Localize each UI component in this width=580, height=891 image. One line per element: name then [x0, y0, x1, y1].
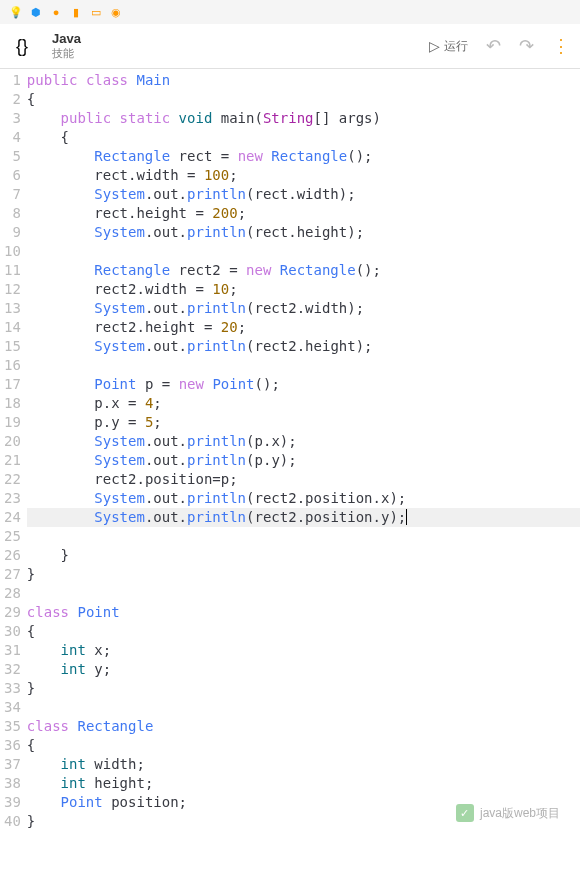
run-button[interactable]: ▷ 运行: [429, 38, 468, 55]
line-number: 3: [4, 109, 21, 128]
line-number: 9: [4, 223, 21, 242]
code-line[interactable]: }: [27, 546, 580, 565]
line-number: 24: [4, 508, 21, 527]
code-line[interactable]: System.out.println(rect2.position.y);: [27, 508, 580, 527]
line-gutter: 1234567891011121314151617181920212223242…: [0, 69, 27, 833]
line-number: 28: [4, 584, 21, 603]
code-line[interactable]: public class Main: [27, 71, 580, 90]
code-line[interactable]: int height;: [27, 774, 580, 793]
line-number: 17: [4, 375, 21, 394]
watermark-text: java版web项目: [480, 805, 560, 822]
text-cursor: [406, 509, 407, 525]
code-line[interactable]: int width;: [27, 755, 580, 774]
line-number: 18: [4, 394, 21, 413]
line-number: 15: [4, 337, 21, 356]
line-number: 27: [4, 565, 21, 584]
code-line[interactable]: public static void main(String[] args): [27, 109, 580, 128]
run-label: 运行: [444, 38, 468, 55]
code-line[interactable]: p.y = 5;: [27, 413, 580, 432]
svg-text:{}: {}: [16, 36, 28, 56]
line-number: 12: [4, 280, 21, 299]
line-number: 34: [4, 698, 21, 717]
line-number: 35: [4, 717, 21, 736]
redo-icon[interactable]: ↷: [519, 35, 534, 57]
line-number: 20: [4, 432, 21, 451]
code-line[interactable]: int x;: [27, 641, 580, 660]
tray-icon-2: ⬢: [28, 4, 44, 20]
line-number: 26: [4, 546, 21, 565]
line-number: 5: [4, 147, 21, 166]
code-line[interactable]: {: [27, 622, 580, 641]
code-line[interactable]: System.out.println(rect2.height);: [27, 337, 580, 356]
tray-icon-1: 💡: [8, 4, 24, 20]
line-number: 1: [4, 71, 21, 90]
code-line[interactable]: rect2.position=p;: [27, 470, 580, 489]
undo-icon[interactable]: ↶: [486, 35, 501, 57]
tray-icon-4: ▮: [68, 4, 84, 20]
code-area[interactable]: public class Main{ public static void ma…: [27, 69, 580, 833]
code-line[interactable]: class Point: [27, 603, 580, 622]
code-line[interactable]: [27, 584, 580, 603]
code-line[interactable]: System.out.println(rect2.position.x);: [27, 489, 580, 508]
tray-icon-3: ●: [48, 4, 64, 20]
line-number: 25: [4, 527, 21, 546]
code-line[interactable]: Rectangle rect = new Rectangle();: [27, 147, 580, 166]
line-number: 6: [4, 166, 21, 185]
line-number: 7: [4, 185, 21, 204]
line-number: 29: [4, 603, 21, 622]
line-number: 33: [4, 679, 21, 698]
code-line[interactable]: rect2.width = 10;: [27, 280, 580, 299]
wechat-icon: ✓: [456, 804, 474, 822]
line-number: 14: [4, 318, 21, 337]
line-number: 31: [4, 641, 21, 660]
watermark: ✓ java版web项目: [0, 793, 580, 833]
code-line[interactable]: Rectangle rect2 = new Rectangle();: [27, 261, 580, 280]
line-number: 32: [4, 660, 21, 679]
menu-icon[interactable]: ⋮: [552, 35, 570, 57]
line-number: 16: [4, 356, 21, 375]
line-number: 23: [4, 489, 21, 508]
code-line[interactable]: {: [27, 128, 580, 147]
code-line[interactable]: rect.width = 100;: [27, 166, 580, 185]
header-text-block: Java 技能: [52, 31, 419, 61]
code-line[interactable]: System.out.println(rect.width);: [27, 185, 580, 204]
code-line[interactable]: {: [27, 90, 580, 109]
line-number: 11: [4, 261, 21, 280]
code-line[interactable]: System.out.println(rect2.width);: [27, 299, 580, 318]
system-tray-icons: 💡 ⬢ ● ▮ ▭ ◉: [0, 0, 580, 24]
line-number: 2: [4, 90, 21, 109]
line-number: 10: [4, 242, 21, 261]
line-number: 13: [4, 299, 21, 318]
code-line[interactable]: rect.height = 200;: [27, 204, 580, 223]
code-editor[interactable]: 1234567891011121314151617181920212223242…: [0, 69, 580, 833]
code-line[interactable]: rect2.height = 20;: [27, 318, 580, 337]
file-subtitle: 技能: [52, 46, 419, 61]
line-number: 22: [4, 470, 21, 489]
code-line[interactable]: System.out.println(p.y);: [27, 451, 580, 470]
line-number: 38: [4, 774, 21, 793]
code-line[interactable]: {: [27, 736, 580, 755]
code-line[interactable]: System.out.println(p.x);: [27, 432, 580, 451]
code-line[interactable]: [27, 356, 580, 375]
code-line[interactable]: System.out.println(rect.height);: [27, 223, 580, 242]
header-actions: ▷ 运行 ↶ ↷ ⋮: [429, 35, 570, 57]
line-number: 36: [4, 736, 21, 755]
code-line[interactable]: class Rectangle: [27, 717, 580, 736]
code-line[interactable]: p.x = 4;: [27, 394, 580, 413]
file-title: Java: [52, 31, 419, 46]
play-icon: ▷: [429, 38, 440, 54]
line-number: 30: [4, 622, 21, 641]
tray-icon-5: ▭: [88, 4, 104, 20]
line-number: 37: [4, 755, 21, 774]
java-logo-icon: {}: [10, 30, 42, 62]
code-line[interactable]: }: [27, 679, 580, 698]
line-number: 8: [4, 204, 21, 223]
code-line[interactable]: }: [27, 565, 580, 584]
code-line[interactable]: [27, 527, 580, 546]
line-number: 4: [4, 128, 21, 147]
app-header: {} Java 技能 ▷ 运行 ↶ ↷ ⋮: [0, 24, 580, 69]
code-line[interactable]: [27, 242, 580, 261]
code-line[interactable]: [27, 698, 580, 717]
code-line[interactable]: Point p = new Point();: [27, 375, 580, 394]
code-line[interactable]: int y;: [27, 660, 580, 679]
